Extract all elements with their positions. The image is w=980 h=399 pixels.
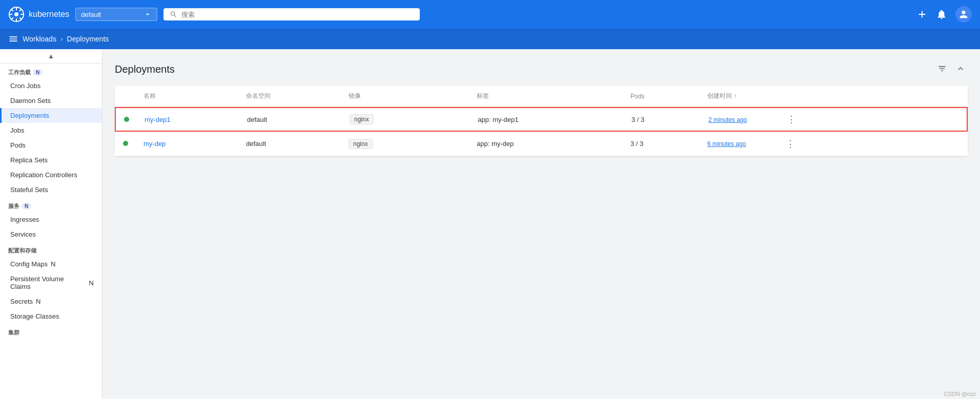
sidebar-item-persistent-volume-claims[interactable]: Persistent Volume Claims N — [0, 271, 102, 294]
header-image: 镜像 — [344, 86, 473, 107]
namespace-cell-1: default — [242, 136, 344, 152]
status-cell-1 — [119, 136, 139, 152]
filter-icon — [937, 64, 947, 74]
nav-actions — [916, 6, 972, 23]
app-logo: kubernetes — [8, 6, 69, 23]
sidebar-section-cluster: 集群 — [0, 324, 102, 339]
top-nav: kubernetes default — [0, 0, 980, 29]
collapse-icon — [955, 64, 966, 74]
collapse-button[interactable] — [953, 61, 968, 77]
search-icon — [170, 10, 177, 18]
sidebar-item-jobs[interactable]: Jobs — [0, 123, 102, 138]
sidebar: ▲ 工作负载 N Cron Jobs Daemon Sets Deploymen… — [0, 49, 103, 399]
sidebar-item-daemon-sets[interactable]: Daemon Sets — [0, 93, 102, 108]
sidebar-item-ingresses[interactable]: Ingresses — [0, 212, 102, 227]
app-name: kubernetes — [29, 10, 69, 19]
header-namespace: 命名空间 — [242, 86, 344, 107]
header-name: 名称 — [139, 86, 242, 107]
notification-bell-icon[interactable] — [936, 9, 947, 20]
svg-point-1 — [14, 12, 18, 16]
sidebar-scroll-up[interactable]: ▲ — [0, 49, 102, 64]
image-badge-0: nginx — [350, 114, 374, 124]
breadcrumb-current: Deployments — [67, 35, 109, 43]
created-cell-1: 6 minutes ago — [703, 136, 780, 152]
sidebar-section-config: 配置和存储 — [0, 242, 102, 257]
footer: CSDN @nzz — [940, 389, 980, 399]
namespace-value: default — [81, 11, 139, 18]
menu-icon[interactable] — [8, 34, 18, 44]
deployment-link-0[interactable]: my-dep1 — [145, 116, 171, 123]
sidebar-section-services: 服务 N — [0, 197, 102, 212]
user-avatar[interactable] — [955, 6, 972, 23]
table-row-my-dep1: my-dep1 default nginx app: my-dep1 3 / 3… — [115, 107, 968, 132]
table-row-my-dep: my-dep default nginx app: my-dep 3 / 3 6… — [115, 132, 968, 156]
sidebar-section-workloads: 工作负载 N — [0, 64, 102, 78]
sidebar-item-storage-classes[interactable]: Storage Classes — [0, 309, 102, 324]
pods-cell-0: 3 / 3 — [627, 112, 704, 128]
timestamp-1[interactable]: 6 minutes ago — [707, 140, 746, 148]
pods-cell-1: 3 / 3 — [626, 136, 703, 152]
page-title-actions — [935, 61, 968, 77]
image-badge-1: nginx — [349, 139, 373, 149]
header-pods: Pods — [626, 86, 703, 107]
main-layout: ▲ 工作负载 N Cron Jobs Daemon Sets Deploymen… — [0, 49, 980, 399]
breadcrumb-workloads[interactable]: Workloads — [23, 35, 56, 43]
namespace-cell-0: default — [243, 112, 345, 128]
sidebar-item-replication-controllers[interactable]: Replication Controllers — [0, 167, 102, 182]
image-cell-1: nginx — [344, 135, 473, 153]
sidebar-item-deployments[interactable]: Deployments — [0, 108, 102, 123]
label-cell-0: app: my-dep1 — [474, 112, 627, 128]
table-header: 名称 命名空间 镜像 标签 Pods 创建时间 ↑ — [115, 86, 968, 107]
namespace-selector[interactable]: default — [75, 8, 157, 21]
status-dot-0 — [124, 117, 129, 122]
sidebar-item-services[interactable]: Services — [0, 227, 102, 242]
deployments-table: 名称 命名空间 镜像 标签 Pods 创建时间 ↑ — [115, 86, 968, 156]
header-status — [119, 86, 139, 107]
svg-line-9 — [11, 17, 13, 19]
main-content: Deployments 名称 — [103, 49, 980, 399]
created-cell-0: 2 minutes ago — [704, 112, 781, 128]
page-title-bar: Deployments — [115, 61, 968, 77]
deployment-link-1[interactable]: my-dep — [144, 140, 166, 148]
search-input[interactable] — [181, 11, 414, 18]
more-menu-1[interactable]: ⋮ — [780, 134, 801, 154]
add-button[interactable] — [916, 9, 928, 20]
sidebar-item-config-maps[interactable]: Config Maps N — [0, 257, 102, 271]
footer-text: CSDN @nzz — [944, 391, 976, 397]
breadcrumb-separator: › — [60, 35, 63, 43]
timestamp-0[interactable]: 2 minutes ago — [708, 116, 747, 123]
sidebar-item-stateful-sets[interactable]: Stateful Sets — [0, 182, 102, 197]
svg-line-8 — [19, 9, 22, 11]
label-cell-1: app: my-dep — [473, 136, 626, 152]
status-dot-1 — [123, 141, 128, 146]
more-menu-0[interactable]: ⋮ — [781, 110, 802, 129]
svg-line-7 — [19, 17, 22, 19]
sidebar-item-secrets[interactable]: Secrets N — [0, 294, 102, 309]
account-icon — [958, 9, 969, 20]
filter-button[interactable] — [935, 61, 949, 77]
header-actions — [780, 86, 801, 107]
image-cell-0: nginx — [345, 110, 474, 129]
name-cell-1: my-dep — [139, 136, 242, 152]
header-created: 创建时间 ↑ — [703, 86, 780, 107]
status-cell-0 — [120, 112, 140, 128]
svg-line-6 — [11, 9, 13, 11]
sidebar-item-cron-jobs[interactable]: Cron Jobs — [0, 78, 102, 93]
page-title-text: Deployments — [115, 64, 175, 75]
header-labels: 标签 — [473, 86, 626, 107]
sidebar-item-replica-sets[interactable]: Replica Sets — [0, 153, 102, 167]
search-box — [164, 8, 420, 20]
name-cell-0: my-dep1 — [140, 112, 243, 128]
breadcrumb-bar: Workloads › Deployments — [0, 29, 980, 49]
sidebar-item-pods[interactable]: Pods — [0, 138, 102, 153]
